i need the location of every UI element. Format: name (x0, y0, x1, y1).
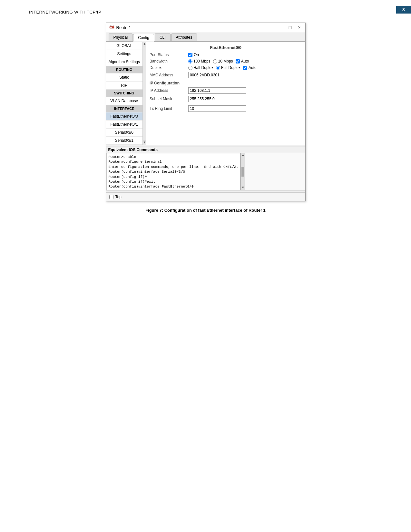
window-controls: — □ × (277, 25, 302, 30)
sidebar-item-interface: INTERFACE (106, 105, 142, 112)
duplex-auto-label[interactable]: Auto (243, 65, 257, 70)
svg-line-4 (113, 25, 113, 26)
top-checkbox[interactable] (109, 195, 113, 199)
ios-terminal-container: Router>enable Router#configure terminal … (106, 153, 305, 190)
ip-address-row: IP Address (150, 87, 302, 94)
ip-address-label: IP Address (150, 88, 188, 93)
svg-point-1 (110, 27, 111, 28)
panel-section-title: FastEthernet0/0 (150, 45, 302, 50)
tx-ring-label: Tx Ring Limit (150, 106, 188, 111)
sidebar-item-serial030[interactable]: Serial0/3/0 (106, 129, 142, 137)
ip-config-label: IP Configuration (150, 81, 302, 85)
window-title: Router1 (116, 25, 131, 30)
bandwidth-10-radio[interactable] (213, 59, 217, 63)
half-duplex-text: Half Duplex (193, 65, 213, 70)
ios-header: Equivalent IOS Commands (106, 147, 305, 153)
bandwidth-auto-label[interactable]: Auto (236, 59, 249, 63)
tx-ring-row: Tx Ring Limit (150, 105, 302, 112)
duplex-row: Duplex Half Duplex Full Duplex (150, 65, 302, 70)
mac-address-row: MAC Address (150, 72, 302, 78)
ip-address-input[interactable] (188, 87, 246, 94)
bandwidth-10-label[interactable]: 10 Mbps (213, 59, 233, 63)
sidebar-item-vlan[interactable]: VLAN Database (106, 97, 142, 105)
top-label: Top (115, 195, 122, 199)
duplex-radio-group: Half Duplex Full Duplex Auto (188, 65, 302, 70)
sidebar-item-fe00[interactable]: FastEthernet0/0 (106, 112, 142, 121)
port-status-checkbox-label[interactable]: On (188, 53, 302, 57)
bandwidth-auto-checkbox[interactable] (236, 59, 240, 63)
ios-scrollbar[interactable]: ▲ ▼ (240, 153, 245, 190)
tab-physical[interactable]: Physical (109, 34, 133, 41)
mac-address-input[interactable] (188, 72, 246, 78)
ios-terminal[interactable]: Router>enable Router#configure terminal … (106, 153, 241, 190)
port-status-label: Port Status (150, 53, 188, 57)
subnet-mask-value (188, 96, 302, 102)
minimize-button[interactable]: — (277, 25, 284, 30)
bandwidth-100-radio[interactable] (188, 59, 192, 63)
port-status-value: On (188, 53, 302, 57)
sidebar-item-fe01[interactable]: FastEthernet0/1 (106, 121, 142, 129)
config-panel: FastEthernet0/0 Port Status On Bandwidth (146, 42, 305, 145)
router-window: Router1 — □ × Physical Config CLI Attrib… (106, 23, 306, 201)
window-titlebar: Router1 — □ × (106, 23, 305, 32)
sidebar-item-switching[interactable]: SWITCHING (106, 90, 142, 97)
svg-point-2 (111, 27, 112, 28)
tab-attributes[interactable]: Attributes (171, 34, 197, 41)
sidebar-item-serial031[interactable]: Serial0/3/1 (106, 137, 142, 145)
sidebar-item-global[interactable]: GLOBAL (106, 42, 142, 50)
full-duplex-label[interactable]: Full Duplex (216, 65, 240, 70)
duplex-auto-text: Auto (249, 65, 257, 70)
router-icon (109, 25, 114, 30)
sidebar-item-settings[interactable]: Settings (106, 50, 142, 58)
ios-section: Equivalent IOS Commands Router>enable Ro… (106, 147, 305, 190)
mac-address-value (188, 72, 302, 78)
bottom-bar: Top (106, 192, 305, 201)
sidebar-item-static[interactable]: Static (106, 73, 142, 82)
sidebar-item-routing[interactable]: ROUTING (106, 66, 142, 73)
mac-address-label: MAC Address (150, 73, 188, 77)
subnet-mask-input[interactable] (188, 96, 246, 102)
tabs-bar: Physical Config CLI Attributes (106, 32, 305, 42)
sidebar-container: GLOBAL Settings Algorithm Settings ROUTI… (106, 42, 146, 145)
full-duplex-text: Full Duplex (221, 65, 240, 70)
close-button[interactable]: × (297, 25, 302, 30)
sidebar-item-algorithm[interactable]: Algorithm Settings (106, 58, 142, 66)
bandwidth-radio-group: 100 Mbps 10 Mbps Auto (188, 59, 302, 63)
ip-address-value (188, 87, 302, 94)
bandwidth-10-text: 10 Mbps (218, 59, 233, 63)
subnet-mask-label: Subnet Mask (150, 97, 188, 101)
svg-line-5 (110, 25, 111, 26)
tx-ring-input[interactable] (188, 105, 246, 112)
bandwidth-100-label[interactable]: 100 Mbps (188, 59, 210, 63)
port-status-text: On (194, 53, 199, 57)
bandwidth-value: 100 Mbps 10 Mbps Auto (188, 59, 302, 63)
tab-cli[interactable]: CLI (155, 34, 171, 41)
panel-body: GLOBAL Settings Algorithm Settings ROUTI… (106, 42, 305, 145)
bandwidth-label: Bandwidth (150, 59, 188, 63)
sidebar: GLOBAL Settings Algorithm Settings ROUTI… (106, 42, 142, 145)
duplex-value: Half Duplex Full Duplex Auto (188, 65, 302, 70)
port-status-row: Port Status On (150, 53, 302, 57)
restore-button[interactable]: □ (288, 25, 293, 30)
duplex-auto-checkbox[interactable] (243, 66, 247, 70)
duplex-label: Duplex (150, 65, 188, 70)
sidebar-scrollbar[interactable]: ▲ ▼ (142, 42, 146, 145)
content-area: Router1 — □ × Physical Config CLI Attrib… (29, 23, 382, 213)
tab-config[interactable]: Config (133, 34, 154, 42)
figure-caption: Figure 7: Configuration of fast Ethernet… (29, 208, 382, 213)
full-duplex-radio[interactable] (216, 66, 220, 70)
tx-ring-value (188, 105, 302, 112)
page-number: 8 (396, 6, 411, 14)
page-title: INTERNETWORKING WITH TCP/IP (29, 10, 101, 15)
port-status-checkbox[interactable] (188, 53, 192, 57)
bandwidth-100-text: 100 Mbps (193, 59, 210, 63)
bandwidth-row: Bandwidth 100 Mbps 10 Mbps (150, 59, 302, 63)
subnet-mask-row: Subnet Mask (150, 96, 302, 102)
window-title-left: Router1 (109, 25, 131, 30)
bandwidth-auto-text: Auto (241, 59, 249, 63)
half-duplex-label[interactable]: Half Duplex (188, 65, 213, 70)
sidebar-item-rip[interactable]: RIP (106, 82, 142, 90)
half-duplex-radio[interactable] (188, 66, 192, 70)
